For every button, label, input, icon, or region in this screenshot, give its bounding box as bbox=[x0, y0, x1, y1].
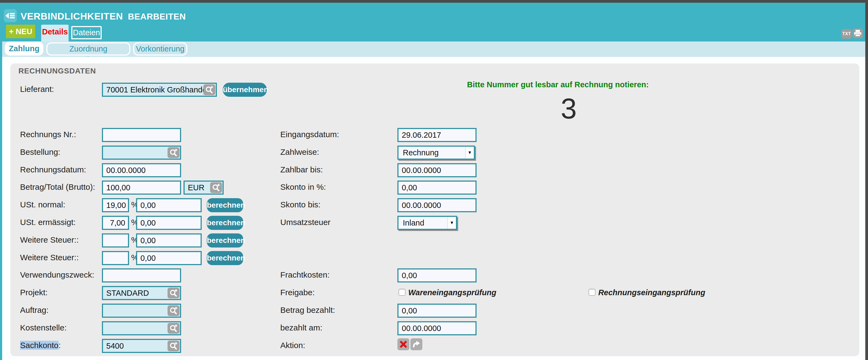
field-label-umsatzsteuer: Umsatzsteuer bbox=[280, 218, 331, 227]
subtab-bar: ZahlungZuordnung BestellungenVorkontieru… bbox=[0, 41, 865, 57]
input-auftrag[interactable] bbox=[102, 304, 181, 318]
input-kostenstelle[interactable] bbox=[102, 321, 181, 335]
lookup-magnifier-icon[interactable] bbox=[167, 323, 180, 334]
back-collapse-button[interactable] bbox=[4, 9, 17, 22]
field-label-kostenstelle: Kostenstelle: bbox=[20, 323, 67, 332]
berechnen-button[interactable]: berechnen bbox=[207, 251, 243, 265]
field-label-weitere-steuer: Weitere Steuer:: bbox=[20, 253, 79, 262]
delete-x-icon[interactable] bbox=[397, 338, 409, 350]
field-label-eingangsdatum: Eingangsdatum: bbox=[280, 130, 339, 139]
input-rechnungsdatum[interactable]: 00.00.0000 bbox=[102, 163, 181, 177]
field-label-sachkonto: Sachkonto: bbox=[20, 341, 61, 350]
dropdown-arrow-icon[interactable]: ▼ bbox=[447, 217, 456, 229]
field-label-bestellung: Bestellung: bbox=[20, 147, 60, 157]
input-lieferant[interactable]: 70001 Elektronik Großhandel bbox=[102, 83, 217, 97]
berechnen-button[interactable]: berechnen bbox=[207, 216, 243, 230]
new-button[interactable]: + NEU bbox=[6, 25, 35, 38]
field-label-rechnungsdatum: Rechnungsdatum: bbox=[20, 165, 86, 174]
field-label-skonto-bis: Skonto bis: bbox=[280, 200, 320, 209]
tab-details[interactable]: Details bbox=[41, 25, 69, 41]
input-bestellung[interactable] bbox=[102, 146, 181, 160]
tax-amount-input-5[interactable]: 0,00 bbox=[136, 198, 202, 212]
tax-amount-input-6[interactable]: 0,00 bbox=[136, 216, 202, 230]
page-title: VERBINDLICHKEITENBEARBEITEN bbox=[21, 11, 186, 22]
panel-title: RECHNUNGSDATEN bbox=[19, 67, 96, 76]
lookup-magnifier-icon[interactable] bbox=[210, 182, 222, 193]
tax-amount-input-7[interactable]: 0,00 bbox=[136, 233, 202, 247]
field-label-freigabe: Freigabe: bbox=[280, 288, 315, 297]
checkbox-label-rechnungseingangsprüfung: Rechnungseingangsprüfung bbox=[598, 288, 705, 297]
input-sachkonto[interactable]: 5400 bbox=[102, 339, 181, 353]
input-eingangsdatum[interactable]: 29.06.2017 bbox=[397, 128, 476, 142]
field-label-zahlweise: Zahlweise: bbox=[280, 147, 319, 157]
tax-rate-input-5[interactable]: 19,00 bbox=[102, 198, 129, 212]
select-zahlweise[interactable]: Rechnung▼ bbox=[397, 146, 475, 160]
field-label-projekt: Projekt: bbox=[20, 288, 48, 297]
field-label-ust-normal: USt. normal: bbox=[20, 200, 65, 209]
record-number: 3 bbox=[422, 92, 693, 125]
field-label-betrag-total-brutto: Betrag/Total (Brutto): bbox=[20, 182, 95, 192]
back-arrow-icon bbox=[5, 11, 16, 20]
field-label-verwendungszweck: Verwendungszweck: bbox=[20, 270, 94, 279]
printer-icon[interactable] bbox=[852, 28, 863, 38]
app-window: VERBINDLICHKEITENBEARBEITEN + NEU Detail… bbox=[0, 0, 868, 360]
currency-lookup[interactable]: EUR bbox=[184, 181, 224, 194]
input-bezahlt-am[interactable]: 00.00.0000 bbox=[397, 321, 476, 335]
tax-rate-input-7[interactable] bbox=[102, 233, 129, 247]
subtab-zuordnung-bestellungen[interactable]: Zuordnung Bestellungen bbox=[46, 42, 130, 56]
invoice-data-panel: RECHNUNGSDATEN Bitte Nummer gut lesbar a… bbox=[10, 63, 859, 356]
note-text: Bitte Nummer gut lesbar auf Rechnung not… bbox=[422, 80, 693, 89]
header-bar: VERBINDLICHKEITENBEARBEITEN bbox=[0, 3, 865, 41]
tax-rate-input-6[interactable]: 7,00 bbox=[102, 216, 129, 230]
lookup-magnifier-icon[interactable] bbox=[167, 147, 180, 158]
field-label-rechnungs-nr: Rechnungs Nr.: bbox=[20, 130, 76, 139]
field-label-auftrag: Auftrag: bbox=[20, 305, 49, 315]
field-label-zahlbar-bis: Zahlbar bis: bbox=[280, 165, 323, 174]
dropdown-arrow-icon[interactable]: ▼ bbox=[465, 147, 474, 158]
lookup-magnifier-icon[interactable] bbox=[203, 84, 215, 95]
berechnen-button[interactable]: berechnen bbox=[207, 233, 243, 247]
field-label-weitere-steuer: Weitere Steuer:: bbox=[20, 235, 79, 244]
field-label-aktion: Aktion: bbox=[280, 341, 305, 350]
lookup-magnifier-icon[interactable] bbox=[167, 305, 180, 316]
tax-amount-input-8[interactable]: 0,00 bbox=[136, 251, 202, 265]
redo-arrow-icon[interactable] bbox=[410, 338, 422, 350]
field-label-ust-ermässigt: USt. ermässigt: bbox=[20, 218, 75, 227]
field-label-bezahlt-am: bezahlt am: bbox=[280, 323, 322, 332]
input-skonto-in[interactable]: 0,00 bbox=[397, 181, 476, 194]
window-right-edge bbox=[865, 0, 868, 360]
checkbox-label-wareneingangsprüfung: Wareneingangsprüfung bbox=[408, 288, 496, 297]
input-verwendungszweck[interactable] bbox=[102, 268, 181, 282]
input-frachtkosten[interactable]: 0,00 bbox=[397, 268, 476, 282]
uebernehmen-button[interactable]: übernehmen bbox=[223, 83, 267, 97]
input-betrag-total-brutto[interactable]: 100,00 bbox=[102, 181, 181, 194]
input-betrag-bezahlt[interactable]: 0,00 bbox=[397, 304, 476, 318]
input-projekt[interactable]: STANDARD bbox=[102, 286, 181, 300]
select-umsatzsteuer[interactable]: Inland▼ bbox=[397, 216, 457, 230]
content-area: RECHNUNGSDATEN Bitte Nummer gut lesbar a… bbox=[0, 57, 865, 360]
tab-dateien[interactable]: Dateien bbox=[71, 26, 102, 39]
txt-export-icon[interactable]: TXT bbox=[841, 29, 852, 39]
field-label-frachtkosten: Frachtkosten: bbox=[280, 270, 330, 279]
field-label-betrag-bezahlt: Betrag bezahlt: bbox=[280, 305, 335, 315]
input-rechnungs-nr[interactable] bbox=[102, 128, 181, 142]
lookup-magnifier-icon[interactable] bbox=[167, 340, 180, 351]
subtab-zahlung[interactable]: Zahlung bbox=[5, 41, 43, 56]
lookup-magnifier-icon[interactable] bbox=[167, 288, 180, 298]
field-label-skonto-in: Skonto in %: bbox=[280, 182, 326, 192]
input-zahlbar-bis[interactable]: 00.00.0000 bbox=[397, 163, 476, 177]
input-skonto-bis[interactable]: 00.00.0000 bbox=[397, 198, 476, 212]
tax-rate-input-8[interactable] bbox=[102, 251, 129, 265]
checkbox-wareneingangsprüfung[interactable] bbox=[399, 289, 406, 296]
checkbox-rechnungseingangsprüfung[interactable] bbox=[589, 289, 595, 296]
window-top-edge bbox=[0, 0, 868, 3]
field-label-lieferant: Lieferant: bbox=[20, 85, 54, 94]
subtab-vorkontierung[interactable]: Vorkontierung bbox=[133, 42, 187, 56]
berechnen-button[interactable]: berechnen bbox=[207, 198, 243, 212]
